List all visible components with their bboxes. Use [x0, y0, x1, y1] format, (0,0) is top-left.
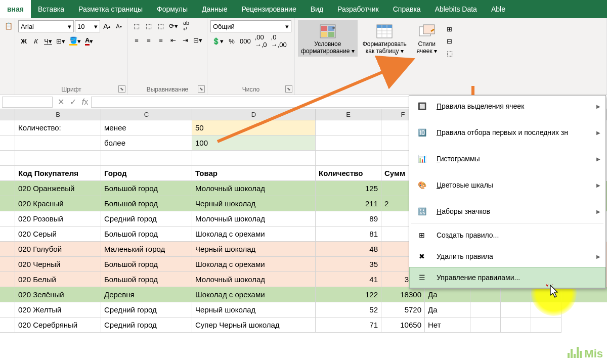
align-top-icon[interactable]: ⬚	[131, 20, 142, 31]
cell[interactable]: Количество:	[15, 120, 101, 135]
tab-6[interactable]: Вид	[304, 0, 330, 18]
cell[interactable]: 100	[192, 135, 316, 151]
tab-9[interactable]: Ablebits Data	[428, 0, 484, 18]
cell[interactable]: Черный шоколад	[192, 242, 316, 257]
bold-button[interactable]: Ж	[18, 35, 29, 47]
orientation-icon[interactable]: ⟳▾	[167, 20, 180, 31]
select-all-corner[interactable]	[0, 109, 15, 120]
cell[interactable]	[501, 287, 531, 302]
cell[interactable]: 41	[316, 272, 381, 287]
tab-7[interactable]: Разработчик	[330, 0, 386, 18]
cell[interactable]	[501, 302, 531, 317]
cell[interactable]	[192, 151, 316, 166]
cell[interactable]: Молочный шоколад	[192, 181, 316, 196]
menu-item-3[interactable]: 🎨Цветовые шкалы▶	[409, 174, 605, 196]
cell[interactable]: 020 Желтый	[15, 302, 101, 317]
cell[interactable]: Код Покупателя	[15, 166, 101, 181]
cell[interactable]: Большой город	[101, 181, 192, 196]
cancel-formula-icon[interactable]: ✕	[55, 97, 67, 107]
cell[interactable]: Молочный шоколад	[192, 211, 316, 226]
cell[interactable]: менее	[101, 120, 192, 135]
format-as-table-button[interactable]: Форматировать как таблицу ▾	[360, 20, 410, 57]
align-center-icon[interactable]: ≡	[143, 34, 154, 46]
font-name-select[interactable]: Arial▾	[18, 20, 74, 32]
row-lead[interactable]	[0, 196, 15, 211]
decrease-decimal-icon[interactable]: ,0→,00	[270, 35, 288, 47]
cell[interactable]: Большой город	[101, 272, 192, 287]
cell[interactable]: Да	[425, 302, 470, 317]
cell[interactable]	[15, 135, 101, 151]
row-lead[interactable]	[0, 272, 15, 287]
tab-2[interactable]: Разметка страницы	[71, 0, 150, 18]
cell[interactable]: Шоколад с орехами	[192, 257, 316, 272]
tab-4[interactable]: Данные	[195, 0, 235, 18]
cell[interactable]	[316, 120, 381, 135]
percent-icon[interactable]: %	[226, 35, 237, 47]
cell[interactable]: Большой город	[101, 257, 192, 272]
cell[interactable]: Шоколад с орехами	[192, 287, 316, 302]
cell[interactable]: Средний город	[101, 211, 192, 226]
col-header-C[interactable]: C	[101, 109, 192, 120]
cell[interactable]: Средний город	[101, 302, 192, 317]
cell[interactable]: 5720	[381, 302, 425, 317]
col-header-E[interactable]: E	[316, 109, 381, 120]
cell[interactable]: 020 Зелёный	[15, 287, 101, 302]
row-lead[interactable]	[0, 242, 15, 257]
paste-icon[interactable]: 📋	[3, 20, 14, 31]
name-box[interactable]	[2, 97, 53, 108]
col-header-D[interactable]: D	[192, 109, 316, 120]
menu-item-4[interactable]: 🔣Наборы значков▶	[409, 201, 605, 222]
cell[interactable]	[316, 135, 381, 151]
cell[interactable]: 122	[316, 287, 381, 302]
cell-styles-button[interactable]: Стили ячеек ▾	[412, 20, 442, 57]
number-format-select[interactable]: Общий▾	[210, 20, 291, 32]
row-lead[interactable]	[0, 135, 15, 151]
cell[interactable]: 020 Красный	[15, 196, 101, 211]
row-lead[interactable]	[0, 257, 15, 272]
cell[interactable]: Да	[425, 287, 470, 302]
cell[interactable]: 020 Черный	[15, 257, 101, 272]
tab-10[interactable]: Able	[484, 0, 512, 18]
insert-cells-icon[interactable]: ⊞	[444, 23, 455, 34]
tab-1[interactable]: Вставка	[31, 0, 71, 18]
cell[interactable]	[470, 287, 501, 302]
cell[interactable]: Черный шоколад	[192, 302, 316, 317]
cell[interactable]	[101, 151, 192, 166]
comma-icon[interactable]: 000	[238, 35, 252, 47]
underline-button[interactable]: Ч▾	[42, 35, 54, 47]
cell[interactable]: Количество	[316, 166, 381, 181]
cell[interactable]: Маленький город	[101, 242, 192, 257]
col-header-B[interactable]: B	[15, 109, 101, 120]
conditional-formatting-button[interactable]: ≠ Условное форматирование ▾	[298, 20, 358, 57]
menu-item-2[interactable]: 📊Гистограммы▶	[409, 148, 605, 169]
cell[interactable]: 020 Серый	[15, 226, 101, 242]
increase-font-icon[interactable]: A▴	[101, 21, 112, 32]
cell[interactable]: 020 Серебряный	[15, 317, 101, 333]
cell[interactable]: Черный шоколад	[192, 196, 316, 211]
cell[interactable]: 10650	[381, 317, 425, 333]
cell[interactable]: Молочный шоколад	[192, 272, 316, 287]
menu-footer-item-1[interactable]: ✖Удалить правила▶	[409, 246, 605, 267]
font-size-select[interactable]: 10▾	[75, 20, 100, 32]
row-lead[interactable]	[0, 166, 15, 181]
decrease-indent-icon[interactable]: ⇤	[167, 34, 179, 46]
wrap-text-icon[interactable]: ab↵	[181, 20, 192, 31]
tab-8[interactable]: Справка	[386, 0, 428, 18]
increase-decimal-icon[interactable]: ,00→,0	[253, 35, 269, 47]
cell[interactable]: Большой город	[101, 226, 192, 242]
italic-button[interactable]: К	[30, 35, 41, 47]
increase-indent-icon[interactable]: ⇥	[180, 34, 191, 46]
row-lead[interactable]	[0, 302, 15, 317]
menu-footer-item-2[interactable]: ☰Управление правилами...	[409, 267, 605, 288]
row-lead[interactable]	[0, 226, 15, 242]
number-dialog-launcher[interactable]: ⬊	[285, 85, 292, 93]
cell[interactable]: 020 Голубой	[15, 242, 101, 257]
cell[interactable]: 211	[316, 196, 381, 211]
cell[interactable]: 020 Белый	[15, 272, 101, 287]
merge-cells-icon[interactable]: ⊟▾	[192, 34, 204, 46]
cell[interactable]: 81	[316, 226, 381, 242]
decrease-font-icon[interactable]: A▾	[113, 21, 124, 32]
align-right-icon[interactable]: ≡	[155, 34, 166, 46]
fx-icon[interactable]: fx	[79, 98, 91, 107]
cell[interactable]: Супер Черный шоколад	[192, 317, 316, 333]
